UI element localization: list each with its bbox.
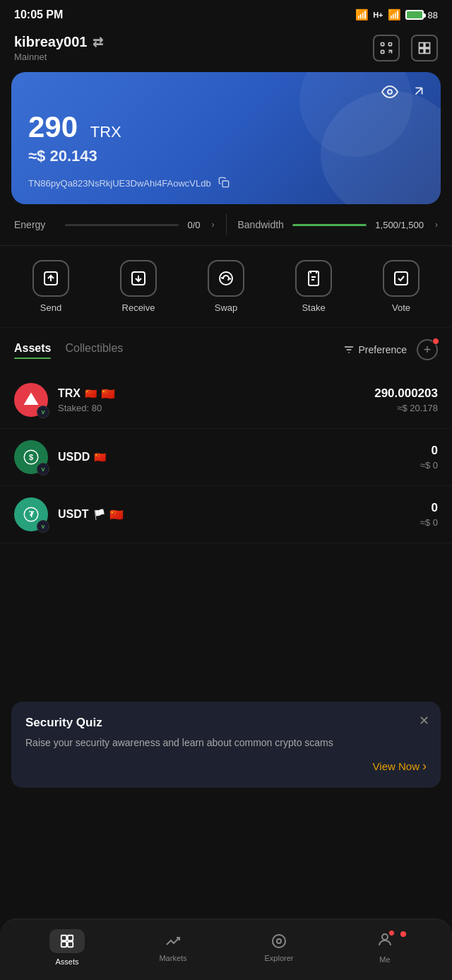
svg-point-7	[388, 90, 392, 94]
asset-item-usdd[interactable]: $ v USDD 🇨🇳 0 ≈$ 0	[0, 429, 452, 486]
external-link-icon[interactable]	[411, 83, 427, 105]
svg-rect-0	[381, 43, 384, 46]
trx-flag: 🇨🇳	[85, 388, 97, 399]
svg-marker-14	[24, 393, 39, 406]
energy-resource[interactable]: Energy 0/0 ›	[14, 219, 215, 230]
usdd-v-badge: v	[37, 463, 49, 476]
switch-wallet-icon[interactable]: ⇄	[93, 35, 103, 50]
trx-values: 290.000203 ≈$ 20.178	[374, 386, 438, 413]
add-asset-button[interactable]: +	[417, 339, 438, 360]
copy-icon[interactable]	[218, 177, 230, 190]
svg-rect-6	[425, 49, 430, 54]
asset-list: v TRX 🇨🇳 🇨🇳 Staked: 80 290.000203 ≈$ 20.…	[0, 366, 452, 549]
security-close-button[interactable]: ✕	[419, 713, 429, 728]
svg-rect-21	[68, 935, 73, 940]
receive-label: Receive	[122, 302, 155, 313]
scan-icon	[379, 41, 393, 55]
receive-button[interactable]: Receive	[120, 260, 157, 313]
usdd-values: 0 ≈$ 0	[420, 444, 438, 471]
energy-value: 0/0	[187, 220, 200, 230]
tab-collectibles[interactable]: Collectibles	[65, 342, 123, 358]
balance-amount: 290 TRX	[28, 110, 121, 143]
swap-icon	[218, 270, 234, 287]
receive-icon	[130, 270, 147, 287]
usdt-name: USDT	[58, 508, 89, 521]
header: kibreay001 ⇄ Mainnet	[0, 27, 452, 72]
svg-rect-19	[61, 935, 66, 940]
vote-icon	[393, 270, 410, 287]
swap-button[interactable]: Swap	[208, 260, 244, 313]
me-notification-badge	[388, 930, 395, 936]
bottom-nav: Assets Markets Explorer Me	[0, 919, 452, 980]
security-desc: Raise your security awareness and learn …	[25, 736, 427, 750]
usdt-name-row: USDT 🏳️ 🇨🇳	[58, 508, 420, 521]
balance-usd: ≈$ 20.143	[28, 147, 424, 165]
receive-icon-wrap	[120, 260, 157, 297]
usdt-values: 0 ≈$ 0	[420, 501, 438, 528]
vote-label: Vote	[392, 302, 410, 313]
svg-rect-4	[425, 43, 430, 48]
usdd-balance: 0	[420, 444, 438, 458]
bandwidth-bar-fill	[292, 224, 367, 226]
usdt-flag: 🏳️	[93, 509, 105, 520]
card-top-actions	[381, 83, 427, 105]
trx-name-row: TRX 🇨🇳 🇨🇳	[58, 387, 374, 401]
usdt-usd: ≈$ 0	[420, 517, 438, 528]
usdd-name: USDD	[58, 451, 90, 464]
security-title: Security Quiz	[25, 716, 427, 730]
me-icon-wrapper	[376, 931, 393, 951]
swap-icon-wrap	[208, 260, 244, 297]
usdt-flag2: 🇨🇳	[109, 508, 124, 521]
vote-button[interactable]: Vote	[383, 260, 420, 313]
bandwidth-bar-track	[292, 224, 367, 226]
status-bar: 10:05 PM 📶 H+ 📶 88	[0, 0, 452, 27]
svg-rect-8	[222, 181, 229, 187]
wallet-network: Mainnet	[14, 52, 103, 62]
usdt-balance: 0	[420, 501, 438, 515]
usdd-info: USDD 🇨🇳	[58, 451, 420, 464]
energy-chevron: ›	[212, 220, 215, 230]
bottom-spacer	[0, 799, 452, 856]
svg-rect-20	[61, 942, 66, 947]
nav-item-assets[interactable]: Assets	[46, 929, 88, 966]
nav-item-explorer[interactable]: Explorer	[258, 933, 300, 962]
explorer-nav-icon	[270, 933, 287, 950]
markets-nav-icon	[165, 933, 182, 950]
battery-icon	[405, 10, 424, 20]
bandwidth-label: Bandwidth	[238, 219, 284, 230]
svg-rect-5	[420, 49, 424, 54]
battery-pct: 88	[428, 10, 438, 20]
tab-assets[interactable]: Assets	[14, 342, 51, 358]
eye-icon[interactable]	[381, 83, 398, 105]
header-actions	[373, 35, 438, 61]
asset-item-trx[interactable]: v TRX 🇨🇳 🇨🇳 Staked: 80 290.000203 ≈$ 20.…	[0, 372, 452, 429]
trx-flag2: 🇨🇳	[101, 387, 115, 401]
signal-icon: 📶	[355, 8, 369, 21]
preference-button[interactable]: Preference	[343, 344, 407, 355]
security-cta-button[interactable]: View Now ›	[25, 759, 427, 774]
trx-info: TRX 🇨🇳 🇨🇳 Staked: 80	[58, 387, 374, 413]
nav-item-me[interactable]: Me	[364, 931, 406, 964]
swap-label: Swap	[215, 302, 238, 313]
usdd-flag: 🇨🇳	[94, 451, 106, 463]
asset-item-usdt[interactable]: ₮ v USDT 🏳️ 🇨🇳 0 ≈$ 0	[0, 486, 452, 543]
nav-item-markets[interactable]: Markets	[152, 933, 194, 962]
send-button[interactable]: Send	[32, 260, 69, 313]
nav-assets-label: Assets	[55, 957, 78, 966]
cta-chevron: ›	[422, 759, 427, 774]
content-spacer	[0, 549, 452, 690]
sort-icon	[343, 344, 355, 355]
bandwidth-resource[interactable]: Bandwidth 1,500/1,500 ›	[238, 219, 439, 230]
status-time: 10:05 PM	[14, 8, 63, 21]
trx-name: TRX	[58, 387, 81, 400]
layout-button[interactable]	[411, 35, 438, 61]
nav-assets-icon-box	[49, 929, 85, 953]
svg-point-23	[273, 935, 285, 947]
scan-button[interactable]	[373, 35, 400, 61]
resource-divider	[226, 214, 227, 235]
nav-me-label: Me	[379, 955, 390, 964]
stake-button[interactable]: Stake	[295, 260, 332, 313]
energy-bar-track	[65, 224, 179, 226]
svg-rect-2	[381, 50, 384, 53]
wallet-info: kibreay001 ⇄ Mainnet	[14, 34, 103, 62]
